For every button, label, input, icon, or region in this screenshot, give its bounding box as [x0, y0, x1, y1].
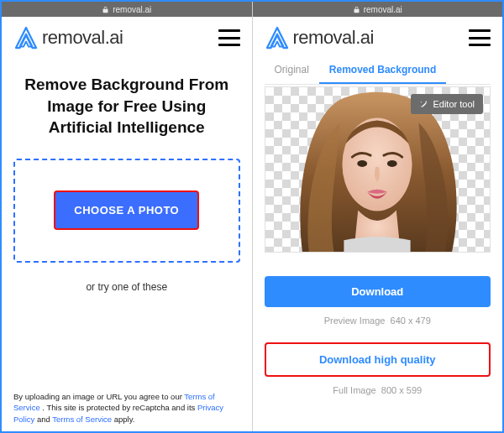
- legal-text: By uploading an image or URL you agree t…: [13, 391, 240, 425]
- brand-text: removal.ai: [42, 27, 123, 49]
- choose-photo-button[interactable]: CHOOSE A PHOTO: [54, 190, 199, 230]
- tab-original[interactable]: Original: [265, 57, 319, 84]
- lock-icon: [102, 6, 109, 13]
- download-high-quality-button[interactable]: Download high quality: [265, 342, 491, 377]
- status-bar: removal.ai: [2, 2, 252, 17]
- result-tabs: Original Removed Background: [265, 57, 491, 85]
- download-button[interactable]: Download: [265, 276, 491, 307]
- status-bar: removal.ai: [253, 2, 503, 17]
- magic-wand-icon: [419, 100, 428, 109]
- menu-button[interactable]: [469, 29, 491, 46]
- svg-point-1: [357, 160, 367, 167]
- brand-logo[interactable]: removal.ai: [13, 25, 123, 50]
- result-preview: Editor tool: [265, 86, 491, 253]
- logo-icon: [265, 25, 290, 50]
- url-text: removal.ai: [364, 5, 402, 14]
- url-text: removal.ai: [113, 5, 151, 14]
- tos-link-2[interactable]: Terms of Service: [52, 415, 112, 424]
- full-dimensions: Full Image 800 x 599: [265, 385, 491, 395]
- brand-text: removal.ai: [293, 27, 374, 49]
- sample-images-row[interactable]: [13, 305, 240, 333]
- tab-removed-background[interactable]: Removed Background: [319, 57, 446, 84]
- logo-icon: [13, 25, 39, 50]
- editor-tool-button[interactable]: Editor tool: [411, 94, 483, 114]
- preview-dimensions: Preview Image 640 x 479: [265, 316, 491, 326]
- upload-dropzone[interactable]: CHOOSE A PHOTO: [13, 159, 240, 263]
- menu-button[interactable]: [218, 29, 240, 46]
- lock-icon: [353, 6, 360, 13]
- brand-logo[interactable]: removal.ai: [265, 25, 374, 50]
- svg-point-2: [387, 160, 397, 167]
- page-title: Remove Background From Image for Free Us…: [13, 74, 240, 138]
- or-try-text: or try one of these: [13, 281, 240, 293]
